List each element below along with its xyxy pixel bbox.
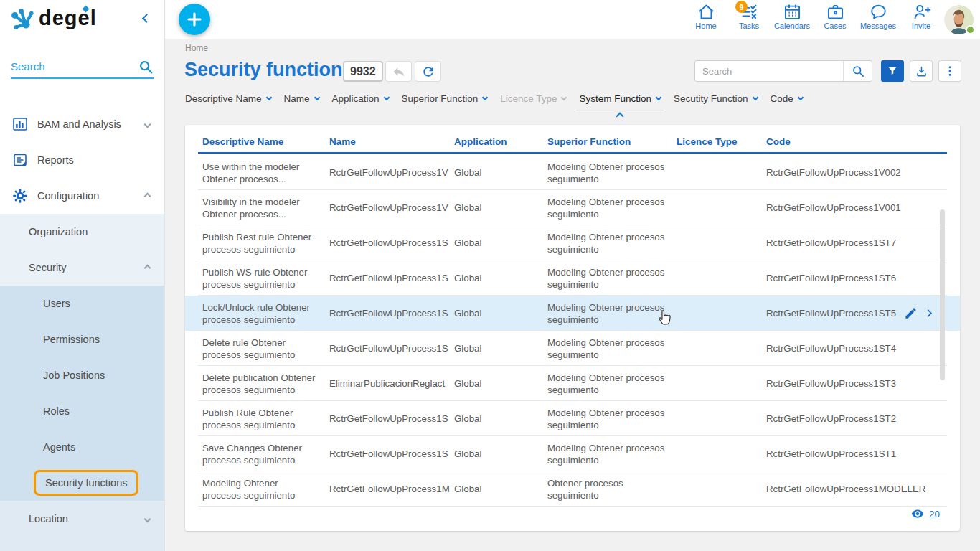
calendar-icon (783, 2, 802, 22)
chevron-down-icon (482, 95, 488, 100)
topbar-item-invite[interactable]: Invite (900, 2, 943, 30)
search-icon[interactable] (138, 59, 154, 75)
sidebar-logo: degel (0, 0, 164, 40)
refresh-icon (421, 65, 435, 79)
column-header[interactable]: Name (329, 136, 454, 147)
tasks-badge: 9 (735, 1, 748, 13)
edit-pencil-icon[interactable] (904, 306, 918, 320)
sidebar-item-job-positions[interactable]: Job Positions (0, 357, 164, 393)
filter-descriptive-name[interactable]: Descriptive Name (185, 93, 271, 104)
home-icon (697, 2, 716, 22)
topbar-item-calendars[interactable]: Calendars (771, 2, 814, 30)
sidebar-item-security-functions[interactable]: Security functions (0, 465, 164, 501)
sidebar-item-users[interactable]: Users (0, 286, 164, 321)
refresh-button[interactable] (415, 61, 441, 82)
sidebar-item-bam-and-analysis[interactable]: BAM and Analysis (0, 106, 164, 142)
sidebar-item-organization[interactable]: Organization (0, 214, 164, 250)
degel-splat-icon (9, 6, 36, 34)
filter-name[interactable]: Name (284, 93, 319, 104)
topbar-item-tasks[interactable]: 9 Tasks (727, 2, 771, 30)
filter-application[interactable]: Application (332, 93, 389, 104)
table-row[interactable]: Modeling Obtener procesos seguimiento Rc… (185, 471, 960, 507)
chevron-down-icon (144, 121, 151, 128)
row-actions (904, 296, 935, 331)
sidebar-nav: BAM and Analysis Reports (0, 106, 164, 551)
sidebar-item-permissions[interactable]: Permissions (0, 321, 164, 357)
filter-button[interactable] (881, 60, 904, 82)
eye-icon (911, 507, 924, 520)
sidebar-item-agents[interactable]: Agents (0, 429, 164, 465)
table-row[interactable]: Publish Rest rule Obtener procesos segui… (185, 225, 960, 260)
nav-label: Reports (37, 154, 74, 166)
chevron-up-icon (144, 264, 151, 271)
table-search-button[interactable] (843, 61, 872, 81)
table-search (694, 60, 872, 82)
search-icon (851, 64, 865, 78)
column-header[interactable]: Application (454, 136, 547, 147)
app-screen: degel BAM and Analysis (0, 0, 980, 551)
column-header[interactable]: Descriptive Name (202, 136, 329, 147)
gear-icon (11, 187, 29, 204)
table-row-selected[interactable]: Lock/Unlock rule Obtener procesos seguim… (185, 296, 960, 331)
sidebar-search-input[interactable] (11, 57, 133, 75)
filter-superior-function[interactable]: Superior Function (402, 93, 488, 104)
table-row[interactable]: Delete publication Obtener procesos segu… (185, 366, 960, 401)
table-body: Use within the modeler Obtener procesos.… (185, 155, 960, 507)
sidebar-item-configuration[interactable]: Configuration (0, 178, 164, 214)
active-item-highlight: Security functions (34, 470, 138, 496)
page-title: Security functions (184, 59, 354, 81)
add-new-button[interactable] (179, 4, 210, 35)
table-search-input[interactable] (695, 66, 843, 77)
topbar-item-messages[interactable]: Messages (857, 2, 900, 30)
sidebar-item-security[interactable]: Security (0, 250, 164, 286)
security-functions-table: Descriptive Name Name Application Superi… (185, 125, 960, 531)
topbar-item-cases[interactable]: Cases (814, 2, 857, 30)
sidebar-item-location[interactable]: Location (0, 501, 164, 537)
table-row[interactable]: Publish Rule Obtener procesos seguimient… (185, 401, 960, 436)
sidebar-clipped-item (0, 537, 164, 551)
table-row[interactable]: Publish WS rule Obtener procesos seguimi… (185, 260, 960, 296)
chevron-down-icon (561, 95, 567, 100)
chat-bubble-icon (869, 2, 888, 22)
person-add-icon (912, 2, 931, 22)
nav-label: BAM and Analysis (37, 118, 121, 130)
nav-label: Organization (29, 226, 88, 237)
chevron-down-icon (752, 95, 758, 100)
column-header[interactable]: Superior Function (547, 136, 677, 147)
nav-label: Configuration (37, 190, 99, 202)
chevron-right-icon[interactable] (924, 308, 935, 319)
nav-label: Users (43, 298, 70, 309)
sidebar-collapse-icon[interactable] (142, 14, 151, 23)
filter-system-function[interactable]: System Function (579, 93, 661, 104)
nav-label: Permissions (43, 334, 100, 345)
user-avatar[interactable] (944, 5, 974, 34)
nav-label: Security (29, 262, 66, 273)
table-row[interactable]: Use within the modeler Obtener procesos.… (185, 155, 960, 190)
sidebar-search (11, 57, 154, 79)
topbar-item-home[interactable]: Home (684, 2, 727, 30)
table-row[interactable]: Save Changes Obtener procesos seguimient… (185, 436, 960, 471)
download-icon (915, 65, 928, 78)
sidebar-item-reports[interactable]: Reports (0, 142, 164, 178)
collapse-filter-panel-icon[interactable] (616, 112, 624, 120)
nav-label: Roles (43, 405, 70, 417)
undo-button[interactable] (385, 61, 412, 82)
table-scrollbar-thumb[interactable] (940, 209, 945, 380)
topbar: Home 9 Tasks (165, 0, 980, 39)
sidebar-item-roles[interactable]: Roles (0, 393, 164, 429)
topbar-label: Calendars (774, 22, 810, 30)
table-row[interactable]: Visibility in the modeler Obtener proces… (185, 190, 960, 225)
more-vertical-icon (943, 65, 956, 77)
filter-code[interactable]: Code (771, 93, 803, 104)
column-header[interactable]: Code (766, 136, 947, 147)
nav-label: Job Positions (43, 369, 105, 381)
filter-licence-type[interactable]: Licence Type (500, 93, 566, 104)
topbar-label: Tasks (739, 22, 759, 30)
table-row[interactable]: Delete rule Obtener procesos seguimiento… (185, 331, 960, 366)
column-header[interactable]: Licence Type (677, 136, 766, 147)
breadcrumb[interactable]: Home (185, 43, 208, 53)
download-button[interactable] (910, 60, 933, 82)
visible-rows-control[interactable]: 20 (911, 507, 940, 520)
filter-secutity-function[interactable]: Secutity Function (674, 93, 758, 104)
more-options-button[interactable] (938, 60, 961, 82)
